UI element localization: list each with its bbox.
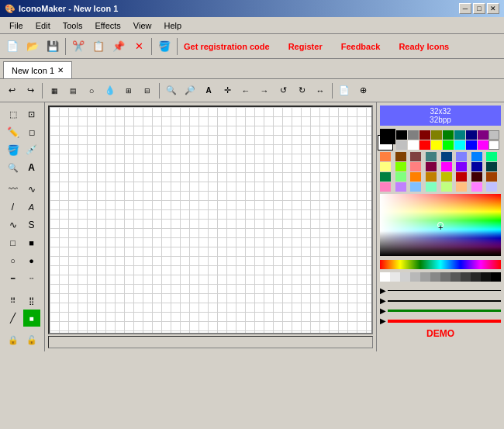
grid-btn-4[interactable]: ⊟ xyxy=(139,82,156,99)
arrow-left-btn[interactable]: ← xyxy=(237,82,254,99)
eyedrop-tool[interactable]: 💉 xyxy=(23,141,40,158)
palette-color[interactable] xyxy=(426,152,437,161)
gray-cell[interactable] xyxy=(420,272,430,282)
palette-color[interactable] xyxy=(419,130,430,140)
current-colors[interactable] xyxy=(380,129,393,150)
register-link[interactable]: Register xyxy=(285,40,326,53)
palette-color[interactable] xyxy=(454,130,465,140)
line-style-tool[interactable]: ━ xyxy=(5,270,22,287)
gradient-picker[interactable]: + xyxy=(380,194,501,256)
palette-color[interactable] xyxy=(471,162,482,171)
line-option-1[interactable]: ▶ xyxy=(380,286,501,295)
zoom-out-btn[interactable]: 🔎 xyxy=(181,82,198,99)
palette-color[interactable] xyxy=(456,182,467,192)
pointer-btn[interactable]: ⊕ xyxy=(354,82,371,99)
feedback-link[interactable]: Feedback xyxy=(338,40,384,53)
extra-color-1[interactable] xyxy=(488,130,499,140)
arrow-right-btn[interactable]: → xyxy=(256,82,273,99)
palette-color[interactable] xyxy=(419,140,430,150)
line-dash-tool[interactable]: ╌ xyxy=(23,270,40,287)
rect-tool[interactable]: □ xyxy=(5,234,22,251)
gray-cell[interactable] xyxy=(380,272,390,282)
open-btn[interactable]: 📂 xyxy=(23,37,42,56)
menu-effects[interactable]: Effects xyxy=(88,19,126,32)
canvas-scrollbar-h[interactable] xyxy=(48,336,373,348)
palette-color[interactable] xyxy=(471,152,482,161)
pencil-tool[interactable]: ✏️ xyxy=(5,123,22,140)
gray-cell[interactable] xyxy=(450,272,461,282)
tab-new-icon-1[interactable]: New Icon 1 ✕ xyxy=(3,61,72,78)
spray-tool[interactable]: ∿ xyxy=(23,181,40,198)
gray-cell[interactable] xyxy=(471,272,481,282)
line-option-4[interactable]: ▶ xyxy=(380,317,501,325)
palette-color[interactable] xyxy=(396,130,407,140)
palette-color[interactable] xyxy=(486,162,497,171)
palette-color[interactable] xyxy=(395,172,406,182)
palette-color[interactable] xyxy=(395,162,406,171)
palette-color[interactable] xyxy=(431,140,442,150)
palette-color[interactable] xyxy=(408,140,419,150)
line-tool[interactable]: / xyxy=(5,199,22,216)
palette-color[interactable] xyxy=(396,140,407,150)
fill-tool[interactable]: 🪣 xyxy=(5,141,22,158)
paint-btn[interactable]: 🪣 xyxy=(155,37,174,56)
gray-cell[interactable] xyxy=(390,272,400,282)
zoom-in-btn[interactable]: 🔍 xyxy=(163,82,180,99)
text-btn[interactable]: A xyxy=(200,82,217,99)
menu-file[interactable]: File xyxy=(3,19,29,32)
copy2-btn[interactable]: 📄 xyxy=(336,82,353,99)
palette-color[interactable] xyxy=(454,140,465,150)
drop-btn[interactable]: 💧 xyxy=(102,82,119,99)
palette-color[interactable] xyxy=(486,152,497,161)
palette-color[interactable] xyxy=(456,172,467,182)
line-option-2[interactable]: ▶ xyxy=(380,296,501,305)
curve-tool[interactable]: ∿ xyxy=(5,216,22,234)
copy-btn[interactable]: 📋 xyxy=(89,37,108,56)
undo-btn[interactable]: ↩ xyxy=(3,82,20,99)
gray-cell[interactable] xyxy=(400,272,410,282)
gray-cell[interactable] xyxy=(410,272,420,282)
palette-color[interactable] xyxy=(471,182,482,192)
gray-cell[interactable] xyxy=(430,272,440,282)
palette-color[interactable] xyxy=(471,172,482,182)
ready-icons-link[interactable]: Ready Icons xyxy=(395,40,452,53)
bezier-tool[interactable]: S xyxy=(23,216,40,234)
extra-color-2[interactable] xyxy=(488,140,499,150)
lock-tool[interactable]: 🔒 xyxy=(5,331,22,348)
pixel-canvas[interactable] xyxy=(48,106,373,334)
palette-color[interactable] xyxy=(380,182,391,192)
palette-color[interactable] xyxy=(441,182,452,192)
select-free-tool[interactable]: ⊡ xyxy=(23,106,40,123)
minimize-button[interactable]: ─ xyxy=(459,3,471,14)
diagonal-tool[interactable]: ╱ xyxy=(5,310,22,327)
ellipse-fill-tool[interactable]: ● xyxy=(23,252,40,269)
palette-color[interactable] xyxy=(441,152,452,161)
fill2-tool[interactable]: ■ xyxy=(23,310,40,327)
redo-btn[interactable]: ↪ xyxy=(22,82,39,99)
palette-color[interactable] xyxy=(478,140,488,150)
palette-color[interactable] xyxy=(426,182,437,192)
ellipse-tool[interactable]: ○ xyxy=(5,252,22,269)
palette-color[interactable] xyxy=(456,152,467,161)
palette-color[interactable] xyxy=(395,152,406,161)
menu-view[interactable]: View xyxy=(127,19,158,32)
palette-color[interactable] xyxy=(441,162,452,171)
palette-color[interactable] xyxy=(431,130,442,140)
text2-tool[interactable]: A xyxy=(23,199,40,216)
palette-color[interactable] xyxy=(441,172,452,182)
menu-edit[interactable]: Edit xyxy=(29,19,57,32)
palette-color[interactable] xyxy=(486,182,497,192)
gray-scale[interactable] xyxy=(380,272,501,282)
rect-fill-tool[interactable]: ■ xyxy=(23,234,40,251)
palette-color[interactable] xyxy=(410,162,421,171)
palette-color[interactable] xyxy=(466,140,477,150)
select-rect-tool[interactable]: ⬚ xyxy=(5,106,22,123)
grid-btn-3[interactable]: ⊞ xyxy=(120,82,137,99)
palette-color[interactable] xyxy=(426,162,437,171)
grid-btn-2[interactable]: ▤ xyxy=(64,82,81,99)
menu-tools[interactable]: Tools xyxy=(57,19,89,32)
palette-color[interactable] xyxy=(443,130,454,140)
registration-link[interactable]: Get registration code xyxy=(181,40,273,53)
save-btn[interactable]: 💾 xyxy=(43,37,62,56)
new-btn[interactable]: 📄 xyxy=(3,37,22,56)
